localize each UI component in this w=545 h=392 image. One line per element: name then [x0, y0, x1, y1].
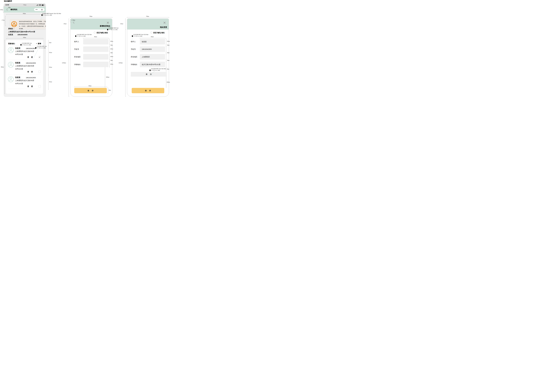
- dim-60px: 60px: [8, 7, 11, 8]
- original-name: 张某某: [8, 34, 13, 36]
- dim-261px: 261px: [49, 67, 52, 68]
- item-address-line1: 上海普陀区金沙江路250弄: [15, 50, 34, 52]
- phone-input[interactable]: [83, 46, 108, 52]
- black-color-swatch: [107, 29, 108, 30]
- wifi-icon: [39, 4, 41, 6]
- save-button[interactable]: 保 存: [74, 88, 107, 93]
- color-annotation: CMYK(0, 0, 0, 100): [20, 44, 31, 46]
- original-address-label: 原地址：: [8, 28, 15, 30]
- black-color-swatch: [20, 44, 21, 46]
- dim-104px: 104px: [0, 9, 3, 10]
- field-label-region: 所在地区: [131, 56, 137, 58]
- field-label-phone: 手机号: [131, 48, 136, 50]
- nav-header: 新增收货地址: [70, 19, 112, 30]
- field-label-phone: 手机号: [74, 48, 79, 50]
- address-list-item[interactable]: 张某某 18618342655 上海普陀区金沙江路250弄 43号101室 变 …: [6, 60, 43, 74]
- font-annotation-31pt: 汉仪正圆 65简 31pt: [37, 46, 47, 47]
- region-input[interactable]: [83, 54, 108, 60]
- font-annotation-22pt: 汉仪细中圆简 Regular 22pt 行距:36pt: [42, 13, 61, 14]
- delete-button[interactable]: 删 除: [131, 72, 167, 77]
- dim-36px: 36px: [110, 60, 113, 61]
- field-label-detail: 详细地址: [131, 64, 137, 66]
- battery-icon: [42, 4, 44, 6]
- dim-100px: 100px: [167, 41, 170, 42]
- warning-text: 修改后会影响物流失效、送货上门等服务，只能原价修改且付款后只能修改一次。若因商品…: [19, 20, 46, 30]
- dim-261px: 261px: [49, 81, 52, 82]
- phone-input[interactable]: 18618342655: [140, 46, 165, 52]
- change-label: 变 更: [27, 85, 34, 87]
- phone-change-address: 地址变更 设定为默认地址 收件人 张某某 手机号 18618342655 所在地…: [127, 18, 169, 97]
- item-name: 张某某: [15, 76, 20, 79]
- dim-261px: 261px: [49, 52, 52, 53]
- dim-36px: 36px: [167, 52, 169, 53]
- dim-650px-swap: 650px: [23, 37, 26, 38]
- color-annotation: CMYK(0, 0, 0, 100): [132, 35, 142, 37]
- change-label: 变 更: [27, 56, 34, 58]
- item-phone: 18618342655: [26, 48, 36, 49]
- default-address-label: 设定为默认地址: [153, 32, 165, 34]
- black-color-swatch: [132, 35, 133, 37]
- detail-address-input[interactable]: [83, 62, 108, 67]
- default-address-radio[interactable]: [94, 32, 96, 34]
- item-phone: 18618342655: [26, 77, 36, 78]
- avatar-icon: [8, 76, 14, 82]
- dim-191px: 191px: [120, 23, 123, 24]
- black-color-swatch: [35, 47, 36, 48]
- color-annotation: CMYK(0, 0, 0, 100): [75, 35, 86, 37]
- nav-title: 修改地址: [11, 8, 18, 11]
- plus-icon: +: [36, 42, 37, 45]
- detail-address-input[interactable]: 金沙江路250弄43号101室: [140, 62, 165, 67]
- black-color-swatch: [75, 35, 76, 37]
- back-chevron-icon[interactable]: [6, 9, 9, 11]
- recipient-input[interactable]: 张某某: [140, 39, 165, 44]
- add-new-label: 新增: [38, 42, 41, 45]
- black-color-swatch: [42, 14, 43, 16]
- item-address-line1: 上海普陀区金沙江路250弄: [15, 65, 34, 67]
- back-chevron-icon[interactable]: [73, 22, 75, 24]
- black-color-swatch: [149, 70, 150, 71]
- item-address-line2: 43号101室: [15, 68, 23, 70]
- change-checkbox-checked[interactable]: ✓: [38, 56, 41, 58]
- dim-100px: 100px: [110, 56, 113, 57]
- dim-177px: 177px: [2, 20, 5, 21]
- page-title: 地址编辑页: [4, 0, 12, 2]
- add-new-address-button[interactable]: + 新增: [36, 42, 41, 45]
- color-annotation: CMYK(0, 0, 0, 100): [107, 29, 118, 30]
- phone-add-address: 新增收货地址 设定为默认地址 收件人 手机号 所在地区 详细地址 保 存: [70, 18, 112, 97]
- dim-100px: 100px: [110, 48, 113, 49]
- color-annotation: CMYK(0, 0, 0, 100): [35, 47, 46, 48]
- change-checkbox-unchecked[interactable]: [38, 85, 41, 87]
- close-icon[interactable]: [163, 22, 166, 24]
- change-label: 变 更: [27, 71, 34, 73]
- item-address-line1: 上海普陀区金沙江路250弄: [15, 79, 34, 82]
- avatar-icon: [8, 62, 14, 68]
- dim-453px: 453px: [151, 36, 154, 37]
- more-options-icon[interactable]: •••: [34, 8, 39, 11]
- region-input[interactable]: 上海普陀区: [140, 54, 165, 60]
- field-label-recipient: 收件人: [74, 41, 79, 43]
- dim-92px: 92px: [49, 42, 51, 43]
- dim-962px: 962px: [1, 66, 4, 68]
- close-icon[interactable]: [107, 22, 109, 24]
- dim-36px: 36px: [167, 45, 169, 46]
- nav-header: 地址变更: [127, 19, 169, 30]
- mini-program-capsule[interactable]: •••: [34, 8, 45, 11]
- field-label-detail: 详细地址: [74, 64, 81, 66]
- dim-650px-warning: 650px: [23, 13, 26, 14]
- recipient-input[interactable]: [83, 39, 108, 44]
- avatar-icon: [8, 47, 14, 53]
- font-annotation-41pt: 汉仪正圆 65简 41pt: [22, 42, 32, 44]
- address-list-item[interactable]: 张某某 18618342655 上海普陀区金沙江路250弄 43号101室 变 …: [6, 74, 43, 89]
- page-header-title: 新增收货地址: [100, 25, 110, 27]
- default-address-radio[interactable]: [150, 32, 152, 34]
- dim-365px: 365px: [106, 77, 109, 78]
- check-icon: ✓: [39, 56, 40, 58]
- capsule-close-icon[interactable]: [41, 9, 43, 11]
- item-name: 张某某: [15, 62, 20, 64]
- dim-1203px: 1203px: [62, 62, 66, 64]
- save-button[interactable]: 保 存: [132, 88, 164, 93]
- change-checkbox-unchecked[interactable]: [38, 71, 41, 73]
- dim-583px: 583px: [88, 85, 92, 86]
- swap-address-label: 更换地址:: [8, 42, 15, 45]
- dim-r20: r= 20px: [72, 20, 75, 21]
